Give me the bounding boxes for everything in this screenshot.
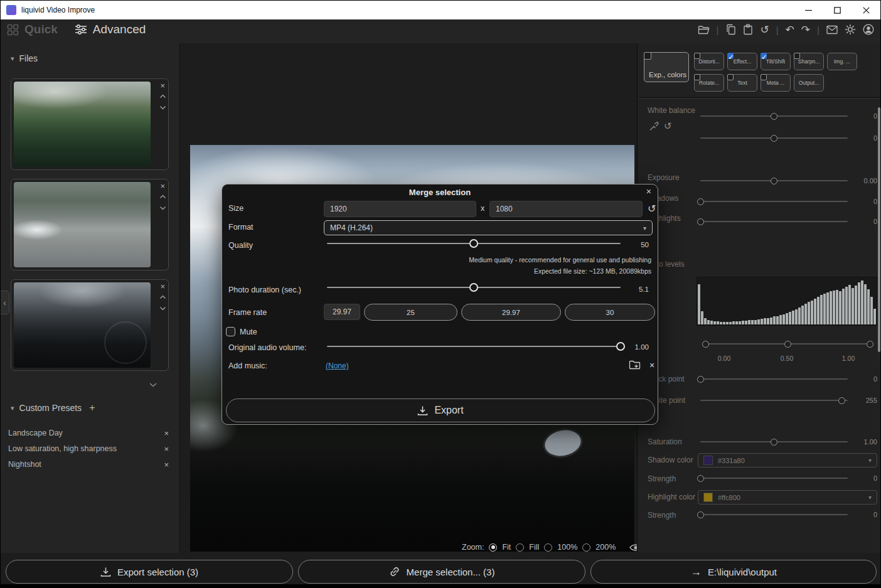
move-down-icon[interactable] [159,306,166,311]
tab-label: Output... [794,80,823,86]
tab-effect[interactable]: Effect... [727,53,757,70]
tab-output[interactable]: Output... [794,74,824,92]
highlight-strength-slider[interactable] [700,510,848,520]
tab-exposure-colors[interactable]: Exp., colors [644,52,689,82]
highlights-slider[interactable] [700,216,848,227]
presets-section-header[interactable]: ▾ Custom Presets + [11,402,95,414]
tab-tilt-shift[interactable]: Tilt/Shift [761,53,791,70]
close-button[interactable] [852,1,880,19]
mute-checkbox[interactable] [226,327,235,336]
frame-rate-preset-30[interactable]: 30 [565,304,655,321]
file-thumbnail-3[interactable]: × [11,279,169,371]
zoom-option-label[interactable]: Fit [502,543,511,552]
panel-scrollbar[interactable] [878,107,880,352]
frame-rate-input[interactable] [324,304,360,320]
account-icon[interactable] [863,24,874,35]
wb-temperature-slider[interactable] [700,111,848,121]
levels-high-handle[interactable] [867,341,873,348]
zoom-option-label[interactable]: Fill [529,543,539,552]
remove-file-icon[interactable]: × [160,282,165,291]
remove-file-icon[interactable]: × [160,82,165,90]
eyedropper-icon[interactable] [649,121,659,131]
tab-sharpness[interactable]: Sharpn... [794,53,824,70]
files-section-header[interactable]: ▾ Files [11,53,38,63]
black-point-slider[interactable] [700,374,848,384]
white-point-slider[interactable] [700,395,848,405]
clear-music-icon[interactable]: × [649,360,654,370]
exposure-slider[interactable] [700,176,848,186]
move-up-icon[interactable] [159,195,166,199]
minimize-button[interactable] [794,1,823,19]
music-file-link[interactable]: (None) [326,361,349,370]
zoom-radio-fill[interactable] [516,543,524,552]
settings-gear-icon[interactable] [845,24,856,35]
audio-volume-slider[interactable] [327,341,621,351]
file-thumbnail-1[interactable]: × [11,78,169,170]
open-folder-icon[interactable] [698,24,710,35]
output-folder-button[interactable]: → E:\liquivid\output [590,560,877,584]
tab-enable-checkbox[interactable] [644,52,651,60]
undo-icon[interactable]: ↶ [786,24,794,35]
frame-rate-preset-2997[interactable]: 29.97 [461,304,561,321]
files-scroll-down-icon[interactable] [149,382,158,387]
add-preset-button[interactable]: + [89,402,95,414]
tab-advanced[interactable]: Advanced [93,23,146,36]
photo-duration-slider[interactable] [327,282,621,292]
move-down-icon[interactable] [159,105,166,110]
highlight-color-select[interactable]: #ffc800 ▾ [698,490,877,505]
reset-icon[interactable]: ↺ [760,24,769,35]
histogram [697,277,877,326]
zoom-radio-fit[interactable] [489,543,497,552]
format-value: MP4 (H.264) [330,223,643,232]
quality-slider[interactable] [327,238,621,249]
tab-label: Tilt/Shift [761,58,790,65]
merge-selection-button[interactable]: Merge selection... (3) [298,560,585,584]
wb-reset-icon[interactable]: ↺ [664,120,672,132]
delete-preset-icon[interactable]: × [164,444,169,454]
maximize-button[interactable] [823,1,852,19]
zoom-radio-200[interactable] [582,543,590,552]
frame-rate-preset-25[interactable]: 25 [364,304,457,321]
delete-preset-icon[interactable]: × [164,460,169,469]
levels-low-handle[interactable] [702,341,709,348]
zoom-option-label[interactable]: 100% [557,543,577,552]
tab-meta[interactable]: Meta ... [761,74,791,92]
redo-icon[interactable]: ↷ [801,24,810,35]
dialog-export-button[interactable]: Export [226,398,655,422]
shadow-strength-slider[interactable] [700,473,848,483]
levels-slider[interactable] [705,339,870,349]
shadow-color-select[interactable]: #331a80 ▾ [698,453,877,468]
size-reset-icon[interactable]: ↺ [648,203,656,215]
wb-tint-value: 0 [850,134,877,142]
tab-rotate[interactable]: Rotate... [694,74,724,92]
tab-image[interactable]: Img. ... [827,53,857,70]
tab-text[interactable]: Text [727,74,757,92]
preset-item[interactable]: Nightshot × [8,457,173,471]
wb-tint-slider[interactable] [700,133,848,143]
zoom-option-label[interactable]: 200% [595,543,616,552]
move-up-icon[interactable] [159,94,166,99]
mail-icon[interactable] [826,25,838,35]
zoom-radio-100[interactable] [544,543,552,552]
preset-item[interactable]: Landscape Day × [8,426,173,440]
delete-preset-icon[interactable]: × [164,429,169,438]
width-input[interactable] [324,201,476,217]
move-up-icon[interactable] [159,295,166,299]
format-select[interactable]: MP4 (H.264) ▾ [324,220,653,235]
browse-music-folder-icon[interactable] [629,360,641,370]
paste-icon[interactable] [743,24,753,35]
preset-item[interactable]: Low saturation, high sharpness × [8,442,173,456]
shadows-slider[interactable] [700,196,848,206]
move-down-icon[interactable] [159,206,166,210]
remove-file-icon[interactable]: × [160,182,165,190]
tab-quick[interactable]: Quick [24,23,58,36]
sidebar-collapse-handle[interactable]: ‹ [1,291,9,314]
file-thumbnail-2[interactable]: × [11,179,169,270]
dialog-close-icon[interactable]: × [646,186,651,196]
export-selection-button[interactable]: Export selection (3) [6,560,293,584]
copy-icon[interactable] [725,24,736,35]
levels-mid-handle[interactable] [784,341,791,348]
height-input[interactable] [489,201,643,217]
saturation-slider[interactable] [700,437,848,447]
tab-distortion[interactable]: Distorti... [694,53,724,70]
